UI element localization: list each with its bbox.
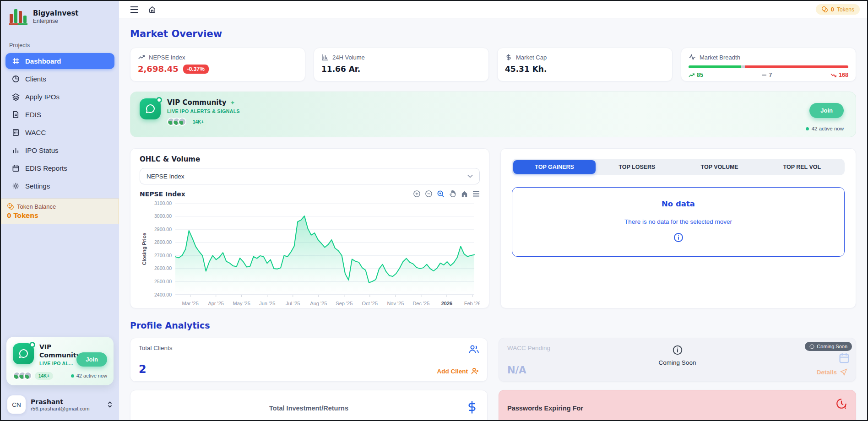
svg-text:Feb '26: Feb '26: [464, 301, 480, 306]
member-avatars: 14K+: [13, 372, 53, 380]
profile-analytics-title: Profile Analytics: [130, 320, 856, 330]
users-icon: [468, 344, 480, 356]
coming-soon-block: Coming Soon: [499, 345, 856, 366]
banner-title: VIP Community: [167, 98, 226, 107]
passwords-expiring-card: Passwords Expiring For: [499, 390, 856, 420]
brand-subtitle: Enterprise: [33, 18, 79, 24]
zoom-out-icon[interactable]: [425, 190, 433, 198]
calendar-icon: [838, 352, 850, 366]
chart-title: NEPSE Index: [140, 190, 185, 198]
minus-icon: [762, 74, 767, 76]
sidebar-item-label: IPO Status: [25, 146, 59, 154]
gear-icon: [12, 182, 20, 190]
sidebar-item-wacc[interactable]: WACC: [5, 124, 114, 140]
home-button[interactable]: [148, 5, 156, 13]
nepse-area-chart[interactable]: 2400.002500.002600.002700.002800.002900.…: [140, 199, 480, 310]
reset-home-icon[interactable]: [461, 190, 468, 198]
sidebar-item-dashboard[interactable]: Dashboard: [5, 53, 114, 69]
sidebar-item-apply-ipos[interactable]: Apply IPOs: [5, 89, 114, 105]
chevron-up-down-icon: [107, 401, 113, 408]
sidebar-item-label: Apply IPOs: [25, 93, 60, 101]
user-menu[interactable]: CN Prashant r56.prashant@gmail.com: [1, 390, 119, 420]
coins-icon: [821, 6, 828, 13]
frame-icon: [12, 57, 20, 65]
chat-bubble-icon: [140, 98, 161, 119]
coming-soon-badge-label: Coming Soon: [817, 344, 847, 349]
wacc-value: N/A: [507, 365, 526, 376]
user-email: r56.prashant@gmail.com: [31, 406, 90, 411]
stat-label: Market Breadth: [700, 54, 740, 61]
tab-top-rel-vol[interactable]: TOP REL VOL: [761, 160, 843, 174]
stat-value: 2,698.45: [138, 64, 179, 74]
token-balance-label: Token Balance: [17, 203, 56, 210]
sidebar-item-clients[interactable]: Clients: [5, 71, 114, 87]
svg-text:Dec '25: Dec '25: [412, 301, 429, 306]
token-balance-box[interactable]: Token Balance 0 Tokens: [1, 199, 119, 224]
sidebar-nav: Dashboard Clients Apply IPOs EDIS WACC I…: [1, 53, 119, 194]
unchanged-count: 7: [769, 72, 772, 78]
svg-text:2700.00: 2700.00: [154, 253, 172, 258]
advancers-count: 85: [697, 72, 703, 78]
tab-top-volume[interactable]: TOP VOLUME: [678, 160, 761, 174]
stat-card-24h-volume: 24H Volume 11.66 Ar.: [314, 48, 489, 81]
svg-text:Sep '25: Sep '25: [336, 301, 353, 306]
svg-text:3100.00: 3100.00: [154, 200, 172, 206]
brand-logo-icon: [8, 7, 28, 26]
sparkle-icon: ✦: [230, 99, 235, 106]
join-button[interactable]: Join: [809, 103, 844, 118]
tokens-label: Tokens: [837, 6, 854, 13]
tokens-pill[interactable]: 0 Tokens: [816, 4, 860, 15]
members-count-badge: 14K+: [35, 372, 53, 380]
banner-subtitle: LIVE IPO ALERTS & SIGNALS: [167, 108, 240, 114]
chat-bubble-icon: [13, 343, 34, 364]
ohlc-heading: OHLC & Volume: [140, 155, 480, 163]
movers-panel: TOP GAINERS TOP LOSERS TOP VOLUME TOP RE…: [500, 148, 856, 308]
stat-value: 45.31 Kh.: [505, 65, 665, 74]
details-label: Details: [817, 369, 837, 376]
svg-text:Mar '25: Mar '25: [182, 301, 198, 306]
join-button[interactable]: Join: [76, 352, 107, 367]
chart-menu-icon[interactable]: [472, 191, 480, 197]
calculator-icon: [12, 129, 20, 136]
symbol-select[interactable]: NEPSE Index: [140, 168, 480, 184]
coming-soon-badge: Coming Soon: [805, 342, 852, 351]
home-icon: [148, 5, 156, 13]
svg-text:3000.00: 3000.00: [154, 213, 172, 219]
coins-icon: [7, 203, 14, 210]
sidebar-item-label: EDIS: [25, 111, 41, 119]
tab-top-losers[interactable]: TOP LOSERS: [596, 160, 678, 174]
change-badge: -0.37%: [183, 65, 209, 74]
zoom-in-icon[interactable]: [413, 190, 421, 198]
svg-text:2600.00: 2600.00: [154, 265, 172, 271]
info-icon: [809, 344, 814, 349]
file-icon: [12, 111, 20, 119]
sidebar-item-settings[interactable]: Settings: [5, 178, 114, 194]
svg-text:Aug '25: Aug '25: [310, 301, 327, 306]
sidebar-item-label: Dashboard: [25, 57, 61, 65]
chevron-down-icon: [467, 174, 473, 178]
total-clients-card: Total Clients 2 Add Client: [130, 338, 488, 382]
menu-toggle-button[interactable]: [130, 6, 138, 13]
stat-label: 24H Volume: [332, 54, 365, 61]
tab-top-gainers[interactable]: TOP GAINERS: [513, 160, 596, 174]
brand: BigyaInvest Enterprise: [1, 1, 119, 30]
svg-text:2400.00: 2400.00: [154, 292, 172, 297]
active-now-label: 42 active now: [812, 126, 844, 131]
sidebar-item-ipo-status[interactable]: IPO Status: [5, 142, 114, 158]
sidebar-item-edis[interactable]: EDIS: [5, 107, 114, 123]
card-label: Passwords Expiring For: [507, 405, 583, 412]
card-label: Total Investment/Returns: [269, 405, 348, 412]
total-investment-card: Total Investment/Returns: [130, 390, 488, 420]
dollar-icon: [467, 400, 477, 416]
send-icon: [840, 368, 847, 376]
token-balance-value: 0 Tokens: [7, 212, 113, 219]
add-client-button[interactable]: Add Client: [437, 367, 479, 375]
stat-card-market-breadth: Market Breadth 85 7 168: [681, 48, 856, 81]
ohlc-panel: OHLC & Volume NEPSE Index NEPSE Index: [130, 148, 489, 308]
pan-icon[interactable]: [449, 190, 456, 198]
sidebar-item-edis-reports[interactable]: EDIS Reports: [5, 160, 114, 176]
breadth-bar-decliners: [745, 65, 848, 68]
selection-zoom-icon[interactable]: [437, 190, 445, 198]
details-button[interactable]: Details: [817, 368, 847, 376]
svg-text:2026: 2026: [441, 301, 452, 306]
